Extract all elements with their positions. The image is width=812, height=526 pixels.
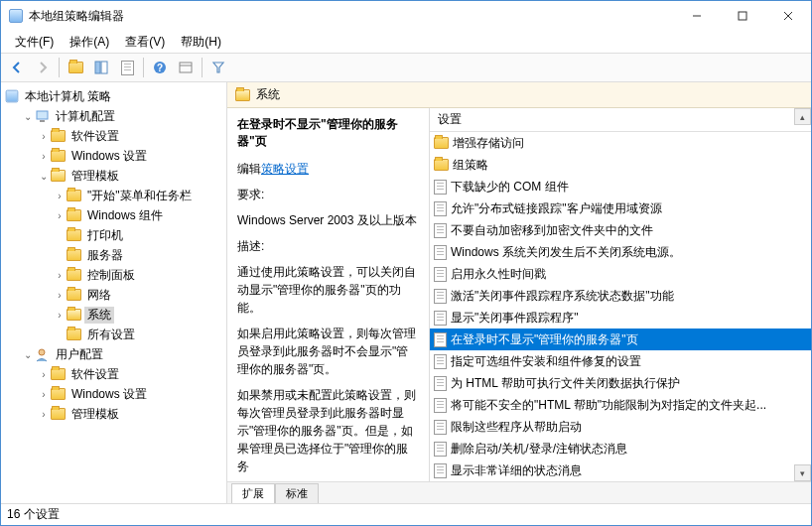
tree-start-taskbar[interactable]: ›"开始"菜单和任务栏 (1, 186, 226, 205)
collapse-icon[interactable]: ⌄ (37, 169, 51, 183)
tree-all-settings[interactable]: 所有设置 (1, 325, 226, 344)
tree-control-panel[interactable]: ›控制面板 (1, 265, 226, 285)
list-row[interactable]: 显示"关闭事件跟踪程序" (430, 307, 811, 329)
tree-root[interactable]: 本地计算机 策略 (1, 86, 226, 106)
list-row-label: 删除启动/关机/登录/注销状态消息 (451, 441, 627, 458)
tree-windows-components[interactable]: ›Windows 组件 (1, 205, 226, 225)
setting-icon (434, 463, 447, 478)
list-row-label: 显示非常详细的状态消息 (451, 462, 582, 479)
column-settings[interactable]: 设置 (434, 111, 466, 128)
tree-user-config[interactable]: ⌄用户配置 (1, 344, 226, 364)
tree-computer-config[interactable]: ⌄计算机配置 (1, 106, 226, 126)
expand-icon[interactable]: › (37, 367, 51, 381)
export-button[interactable] (115, 56, 139, 79)
minimize-button[interactable] (674, 1, 720, 31)
list-row[interactable]: 允许"分布式链接跟踪"客户端使用域资源 (430, 197, 811, 219)
scroll-up-button[interactable]: ▴ (794, 108, 811, 125)
list-row-label: 限制这些程序从帮助启动 (451, 419, 582, 436)
tab-extended[interactable]: 扩展 (231, 483, 275, 503)
description-2: 如果启用此策略设置，则每次管理员登录到此服务器时不会显示"管理你的服务器"页。 (237, 325, 419, 378)
list-row[interactable]: 组策略 (430, 154, 811, 176)
content-header-title: 系统 (256, 86, 280, 103)
folder-icon (67, 269, 81, 281)
tree-u-software-settings[interactable]: ›软件设置 (1, 364, 226, 384)
tree-network[interactable]: ›网络 (1, 285, 226, 305)
expand-icon[interactable]: › (53, 189, 67, 202)
setting-icon (434, 289, 447, 304)
list-row-label: 组策略 (453, 157, 488, 174)
menu-view[interactable]: 查看(V) (117, 32, 173, 53)
list-row[interactable]: 增强存储访问 (430, 132, 811, 154)
edit-policy-link[interactable]: 策略设置 (261, 162, 309, 176)
svg-rect-1 (739, 12, 746, 20)
folder-icon (51, 150, 66, 162)
svg-rect-4 (95, 62, 100, 73)
tree-windows-settings[interactable]: ›Windows 设置 (1, 146, 226, 166)
toolbar: ? (1, 53, 811, 82)
folder-icon (51, 408, 66, 420)
list-row-label: 不要自动加密移到加密文件夹中的文件 (451, 222, 653, 239)
tree-servers[interactable]: 服务器 (1, 245, 226, 265)
folder-icon (67, 209, 81, 221)
list-row[interactable]: 限制这些程序从帮助启动 (430, 416, 811, 438)
folder-icon (51, 170, 66, 182)
menu-action[interactable]: 操作(A) (62, 32, 117, 53)
description-1: 通过使用此策略设置，可以关闭自动显示"管理你的服务器"页的功能。 (237, 263, 419, 317)
list-row[interactable]: 下载缺少的 COM 组件 (430, 176, 811, 197)
maximize-button[interactable] (720, 1, 765, 31)
svg-rect-10 (37, 111, 48, 119)
forward-button[interactable] (31, 56, 55, 79)
expand-icon[interactable]: › (53, 208, 67, 222)
expand-icon[interactable]: › (53, 268, 67, 282)
close-button[interactable] (765, 1, 811, 31)
list-row-label: Windows 系统关闭发生后不关闭系统电源。 (451, 244, 681, 261)
expand-icon[interactable]: › (37, 407, 51, 421)
tab-standard[interactable]: 标准 (275, 483, 319, 503)
menu-file[interactable]: 文件(F) (7, 32, 62, 53)
setting-icon (434, 398, 447, 413)
tree-system[interactable]: ›系统 (1, 305, 226, 325)
back-button[interactable] (5, 56, 29, 79)
list-row[interactable]: 不要自动加密移到加密文件夹中的文件 (430, 219, 811, 241)
list-row[interactable]: Windows 系统关闭发生后不关闭系统电源。 (430, 241, 811, 263)
expand-icon[interactable]: › (53, 308, 67, 322)
show-hide-tree-button[interactable] (89, 56, 113, 79)
scroll-down-button[interactable]: ▾ (794, 464, 811, 481)
list-body[interactable]: 增强存储访问组策略下载缺少的 COM 组件允许"分布式链接跟踪"客户端使用域资源… (430, 132, 811, 481)
requirements-text: Windows Server 2003 及以上版本 (237, 211, 419, 229)
up-button[interactable] (64, 56, 87, 79)
menu-help[interactable]: 帮助(H) (173, 32, 229, 53)
list-header[interactable]: 设置 (430, 108, 811, 132)
list-row[interactable]: 显示非常详细的状态消息 (430, 460, 811, 481)
list-row[interactable]: 启用永久性时间戳 (430, 263, 811, 285)
list-row[interactable]: 将可能不安全的"HTML 帮助"功能限制为对指定的文件夹起... (430, 394, 811, 416)
expand-icon[interactable]: › (37, 149, 51, 163)
expand-icon[interactable]: › (37, 387, 51, 401)
list-row-label: 显示"关闭事件跟踪程序" (451, 310, 579, 327)
tree-printers[interactable]: 打印机 (1, 225, 226, 245)
setting-icon (434, 420, 447, 435)
folder-icon (67, 229, 81, 241)
expand-icon[interactable]: › (53, 288, 67, 302)
tab-bar: 扩展 标准 (227, 481, 811, 503)
tree-admin-templates[interactable]: ⌄管理模板 (1, 166, 226, 186)
setting-icon (434, 245, 447, 260)
list-row[interactable]: 在登录时不显示"管理你的服务器"页 (430, 329, 811, 350)
filter-button[interactable] (206, 56, 230, 79)
list-row[interactable]: 激活"关闭事件跟踪程序系统状态数据"功能 (430, 285, 811, 307)
tree-software-settings[interactable]: ›软件设置 (1, 126, 226, 146)
list-row-label: 指定可选组件安装和组件修复的设置 (451, 353, 641, 370)
help-button[interactable]: ? (148, 56, 172, 79)
tree-u-admin-templates[interactable]: ›管理模板 (1, 404, 226, 424)
list-row[interactable]: 删除启动/关机/登录/注销状态消息 (430, 438, 811, 460)
tree-u-windows-settings[interactable]: ›Windows 设置 (1, 384, 226, 404)
collapse-icon[interactable]: ⌄ (21, 109, 35, 123)
list-row[interactable]: 指定可选组件安装和组件修复的设置 (430, 350, 811, 372)
expand-icon[interactable]: › (37, 129, 51, 143)
titlebar: 本地组策略编辑器 (1, 1, 811, 31)
properties-button[interactable] (174, 56, 198, 79)
folder-icon (51, 368, 66, 380)
tree-pane[interactable]: 本地计算机 策略 ⌄计算机配置 ›软件设置 ›Windows 设置 ⌄管理模板 … (1, 82, 227, 503)
list-row[interactable]: 为 HTML 帮助可执行文件关闭数据执行保护 (430, 372, 811, 394)
collapse-icon[interactable]: ⌄ (21, 347, 35, 361)
